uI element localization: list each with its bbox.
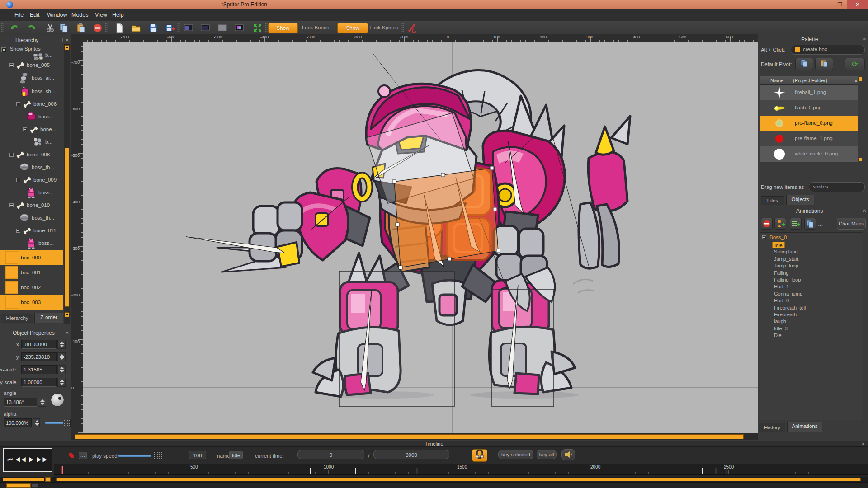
animation-Stompland[interactable]: Stompland <box>774 249 798 255</box>
zoom-scroll-handle[interactable] <box>6 483 31 488</box>
object-properties-close-icon[interactable]: ✕ <box>65 330 70 335</box>
pivot-refresh-button[interactable]: ⟳ <box>845 58 865 70</box>
snapping-toggle-button[interactable] <box>472 449 487 462</box>
animation-Gonna_jump[interactable]: Gonna_jump <box>774 291 802 297</box>
show-sprites-button[interactable]: Show Sprites <box>337 23 368 33</box>
minimize-button[interactable]: ─ <box>822 0 833 9</box>
sound-button[interactable] <box>561 449 575 460</box>
char-maps-button[interactable]: Char Maps <box>837 218 866 230</box>
menu-modes[interactable]: Modes <box>71 12 89 18</box>
tab-files[interactable]: Files <box>761 196 784 205</box>
maximize-button[interactable]: ❐ <box>835 0 845 9</box>
hierarchy-item-b-[interactable]: b... <box>0 52 63 60</box>
y-field[interactable]: -235.23810 <box>21 352 57 361</box>
key-selected-button[interactable]: key selected <box>498 450 533 459</box>
keyframe-marker[interactable] <box>715 468 717 474</box>
animation-Jump_start[interactable]: Jump_start <box>774 256 798 262</box>
keyframe-marker[interactable] <box>416 468 418 474</box>
screen-color-icon[interactable] <box>234 23 245 33</box>
palette-file-flash_0.png[interactable]: flash_0.png <box>760 100 863 116</box>
current-time-field[interactable]: 0 <box>297 450 364 459</box>
bone-mode-icon[interactable] <box>407 23 418 33</box>
alpha-slider[interactable] <box>45 422 63 424</box>
hierarchy-item-bone-011[interactable]: bone_011 <box>0 225 63 237</box>
hierarchy-item-bone-008[interactable]: bone_008 <box>0 149 63 161</box>
hierarchy-float-icon[interactable]: ▫ <box>58 38 63 42</box>
new-animation-button[interactable] <box>774 218 786 230</box>
total-time-field[interactable]: 3000 <box>373 450 449 459</box>
tree-expander[interactable] <box>23 127 27 131</box>
delete-animation-button[interactable] <box>761 218 773 230</box>
copy-icon[interactable] <box>58 23 69 33</box>
palette-close-icon[interactable]: ✕ <box>862 37 867 42</box>
alpha-slider-handle[interactable] <box>63 419 71 427</box>
hierarchy-item-boss-th-[interactable]: boss_th... <box>0 211 63 225</box>
animation-Jump_loop[interactable]: Jump_loop <box>774 263 798 269</box>
hierarchy-scrollbar[interactable] <box>64 44 70 345</box>
more-options-button[interactable]: … <box>79 452 87 459</box>
playhead[interactable] <box>61 466 63 475</box>
tab-objects[interactable]: Objects <box>786 195 814 205</box>
palette-file-white_circle_0.png[interactable]: white_circle_0.png <box>760 146 863 162</box>
hierarchy-item-box-003[interactable]: box_003 <box>0 295 63 310</box>
keyframe-marker[interactable] <box>310 468 311 474</box>
duplicate-animation-button[interactable] <box>790 218 802 230</box>
scrollbar-handle[interactable] <box>65 148 69 307</box>
animation-name-field[interactable]: Idle <box>229 451 243 459</box>
timeline-left-scroll-box[interactable] <box>45 477 51 482</box>
screen-1-icon[interactable] <box>183 23 194 33</box>
timeline-close-icon[interactable]: ✕ <box>861 441 866 446</box>
timeline-main-scroll-handle[interactable] <box>56 478 861 481</box>
menu-help[interactable]: Help <box>112 12 124 18</box>
pivot-copy-button[interactable] <box>795 58 813 70</box>
close-button[interactable]: ✕ <box>847 0 868 9</box>
timeline-ruler[interactable]: 5001000150020002500 <box>54 464 868 474</box>
menu-window[interactable]: Window <box>47 12 67 18</box>
angle-field[interactable]: 13.486° <box>4 398 37 407</box>
hierarchy-item-box-000[interactable]: box_000 <box>0 250 63 265</box>
alpha-field[interactable]: 100.000% <box>4 418 32 427</box>
paste-icon[interactable] <box>75 23 86 33</box>
hierarchy-item-bone-010[interactable]: bone_010 <box>0 200 63 211</box>
x-spinner[interactable] <box>57 340 66 349</box>
lock-sprites-button[interactable]: Lock Sprites <box>369 23 399 33</box>
screen-3-icon[interactable] <box>217 23 228 33</box>
tree-expander[interactable] <box>16 178 20 182</box>
canvas[interactable]: -700-600-500-400-300-200-100010020030040… <box>71 34 758 433</box>
x-field[interactable]: -80.00000 <box>21 340 57 349</box>
animation-Idle[interactable]: Idle <box>772 242 785 248</box>
y-scale-spinner[interactable] <box>57 378 66 387</box>
animation-Falling_loop[interactable]: Falling_loop <box>774 277 801 283</box>
copy-animation-button[interactable] <box>804 218 816 230</box>
y-scale-field[interactable]: 1.00000 <box>21 378 57 387</box>
hierarchy-item-boss-[interactable]: boss... <box>0 186 63 200</box>
scrollbar-top-button[interactable] <box>65 45 69 50</box>
menu-edit[interactable]: Edit <box>30 12 40 18</box>
play-speed-value[interactable]: 100 <box>189 451 206 459</box>
canvas-viewport[interactable] <box>83 42 758 433</box>
tree-expander[interactable] <box>9 153 14 157</box>
play-speed-slider[interactable] <box>118 455 151 457</box>
drag-new-items-field[interactable]: sprites <box>809 182 865 192</box>
tab-hierarchy[interactable]: Hierarchy <box>1 314 33 323</box>
undo-icon[interactable] <box>9 23 20 33</box>
key-all-button[interactable]: key all <box>537 450 557 459</box>
angle-spinner[interactable] <box>38 398 46 407</box>
palette-scrollbar[interactable] <box>858 76 863 162</box>
animation-Hurt_1[interactable]: Hurt_1 <box>774 283 789 290</box>
more-button[interactable]: … <box>818 221 823 227</box>
tab-history[interactable]: History <box>759 423 785 432</box>
palette-file-pre-flame_0.png[interactable]: pre-flame_0.png <box>760 116 863 131</box>
animation-Die[interactable]: Die <box>774 332 782 338</box>
canvas-horizontal-scrollbar[interactable] <box>71 433 758 440</box>
hierarchy-item-boss-sh-[interactable]: boss_sh... <box>0 85 63 99</box>
cut-icon[interactable] <box>45 23 56 33</box>
hierarchy-item-box-001[interactable]: box_001 <box>0 265 63 280</box>
keyframe-marker[interactable] <box>702 468 703 474</box>
menu-file[interactable]: File <box>14 12 24 18</box>
save-as-icon[interactable] <box>165 23 175 33</box>
alpha-spinner[interactable] <box>33 418 40 427</box>
tree-expander[interactable] <box>9 63 14 67</box>
menu-view[interactable]: View <box>95 12 107 18</box>
hierarchy-item-boss-th-[interactable]: boss_th... <box>0 161 63 174</box>
